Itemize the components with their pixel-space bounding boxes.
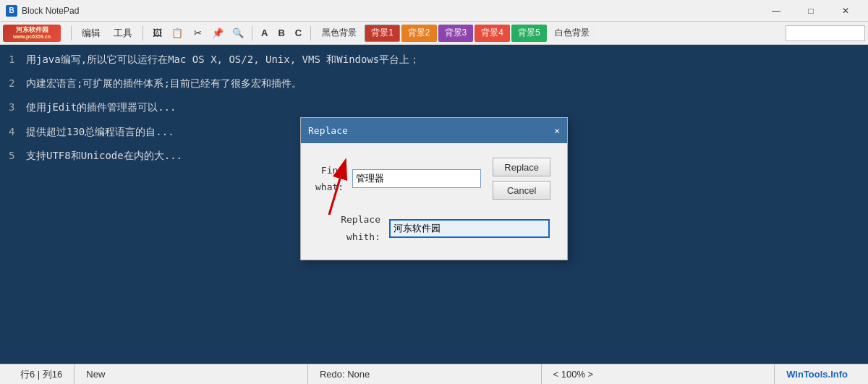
line-text: 使用jEdit的插件管理器可以... [26, 98, 176, 116]
titlebar: B Block NotePad — □ ✕ [0, 0, 868, 22]
sep-2 [142, 26, 143, 40]
toolbar-icon-cut[interactable]: ✂ [188, 24, 207, 43]
line-number: 1 [9, 51, 20, 69]
editor-line-3: 3 使用jEdit的插件管理器可以... [9, 98, 859, 116]
editor-line-2: 2 内建宏语言;可扩展的插件体系;目前已经有了很多宏和插件。 [9, 74, 859, 93]
dialog-buttons: Replace Cancel [493, 158, 550, 200]
maximize-button[interactable]: □ [794, 0, 827, 22]
status-redo: Redo: None [308, 364, 542, 384]
status-link-section: WinTools.Info [775, 364, 859, 384]
bg-btn-5[interactable]: 背景5 [511, 25, 547, 42]
status-mode-text: New [86, 369, 105, 380]
status-position-text: 行6 | 列16 [20, 368, 62, 381]
editor-line-1: 1 用java编写,所以它可以运行在Mac OS X, OS/2, Unix, … [9, 51, 859, 69]
line-number: 4 [9, 123, 20, 141]
menu-edit[interactable]: 编辑 [76, 24, 106, 43]
sep-1 [71, 26, 72, 40]
statusbar: 行6 | 列16 New Redo: None < 100% > WinTool… [0, 364, 868, 384]
toolbar-icon-2[interactable]: 📋 [168, 24, 187, 43]
editor-area[interactable]: 1 用java编写,所以它可以运行在Mac OS X, OS/2, Unix, … [0, 45, 868, 364]
dialog-titlebar: Replace ✕ [301, 118, 567, 143]
toolbar: 河东软件园 www.pc6359.cn 编辑 工具 🖼 📋 ✂ 📌 🔍 A B … [0, 22, 868, 45]
toolbar-icon-search[interactable]: 🔍 [229, 24, 247, 43]
bg-btn-2[interactable]: 背景2 [401, 25, 437, 42]
bg-btn-1[interactable]: 背景1 [365, 25, 400, 42]
window-title: Block NotePad [22, 6, 760, 16]
line-number: 2 [9, 74, 20, 93]
bg-btn-black[interactable]: 黑色背景 [315, 25, 363, 42]
dialog-title: Replace [308, 122, 348, 139]
bg-btn-3[interactable]: 背景3 [438, 25, 474, 42]
dialog-close-icon[interactable]: ✕ [554, 122, 560, 139]
line-text: 支持UTF8和Unicode在内的大... [26, 147, 182, 165]
font-btn-a[interactable]: A [257, 26, 272, 40]
dialog-body: Find what: Replace Cancel Replace whith: [301, 143, 567, 260]
window-controls: — □ ✕ [760, 0, 862, 22]
line-number: 5 [9, 147, 20, 165]
app-icon: B [6, 5, 17, 17]
status-mode: New [75, 364, 308, 384]
toolbar-icon-1[interactable]: 🖼 [148, 24, 166, 43]
sep-4 [310, 26, 311, 40]
font-btn-c[interactable]: C [291, 26, 306, 40]
toolbar-icon-paste[interactable]: 📌 [208, 24, 227, 43]
replace-input[interactable] [389, 219, 550, 238]
menu-tools[interactable]: 工具 [108, 24, 138, 43]
status-position: 行6 | 列16 [9, 364, 75, 384]
find-label: Find what: [315, 162, 344, 196]
font-btn-b[interactable]: B [273, 26, 289, 40]
app-logo: 河东软件园 www.pc6359.cn [3, 25, 61, 42]
status-zoom: < 100% > [542, 364, 775, 384]
cancel-button[interactable]: Cancel [493, 181, 550, 200]
find-row: Find what: Replace Cancel [315, 158, 550, 200]
logo-image: 河东软件园 www.pc6359.cn [3, 25, 61, 42]
line-text: 内建宏语言;可扩展的插件体系;目前已经有了很多宏和插件。 [26, 74, 302, 93]
bg-btn-4[interactable]: 背景4 [475, 25, 510, 42]
line-text: 提供超过130总编程语言的自... [26, 123, 174, 141]
bg-btn-white[interactable]: 白色背景 [548, 25, 596, 42]
line-text: 用java编写,所以它可以运行在Mac OS X, OS/2, Unix, VM… [26, 51, 420, 69]
replace-button[interactable]: Replace [493, 158, 550, 176]
line-number: 3 [9, 98, 20, 116]
status-redo-text: Redo: None [320, 369, 370, 380]
replace-label: Replace whith: [315, 211, 380, 245]
replace-row: Replace whith: [315, 211, 550, 245]
find-input[interactable] [352, 169, 481, 188]
search-input[interactable] [786, 25, 865, 41]
sep-3 [252, 26, 252, 40]
minimize-button[interactable]: — [760, 0, 793, 22]
wintools-link[interactable]: WinTools.Info [786, 369, 848, 380]
close-button[interactable]: ✕ [829, 0, 862, 22]
replace-dialog: Replace ✕ Find what: Replace Cancel Repl… [300, 117, 568, 260]
status-zoom-text: < 100% > [553, 369, 594, 380]
